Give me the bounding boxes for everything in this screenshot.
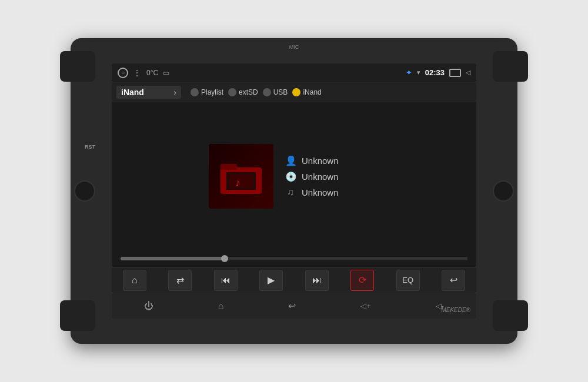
mount-tab-br (493, 300, 528, 331)
album-art: ♪ (209, 144, 273, 209)
folder-art-icon: ♪ (218, 156, 265, 197)
source-tabs: Playlist extSD USB iNand (191, 88, 322, 96)
title-row: ♫ Unknown (285, 187, 379, 197)
tab-playlist[interactable]: Playlist (191, 88, 223, 96)
side-circle-left (74, 180, 95, 202)
main-screen: ○ ⋮ 0°C ▭ ✦ ▾ 02:33 ◁ iNand › (112, 63, 476, 293)
hardware-buttons: ⏻ ⌂ ↩ ◁+ ◁- (112, 293, 476, 319)
mount-tab-tl (60, 51, 95, 82)
previous-button[interactable]: ⏮ (214, 270, 238, 291)
tab-label-extsd: extSD (239, 88, 258, 96)
home-button[interactable]: ⌂ (123, 270, 146, 291)
shuffle-icon: ⇄ (176, 274, 184, 286)
repeat-button[interactable]: ⟳ (350, 270, 374, 291)
back-button[interactable]: ↩ (442, 270, 465, 291)
eq-icon: EQ (402, 276, 413, 284)
tab-usb[interactable]: USB (263, 88, 288, 96)
music-note-icon: ♫ (285, 187, 296, 197)
mic-label: MIC (289, 44, 299, 50)
track-info-panel: 👤 Unknown 💿 Unknown ♫ Unknown (285, 155, 379, 197)
mount-tab-tr (493, 51, 528, 82)
menu-dots-icon[interactable]: ⋮ (133, 68, 142, 78)
tab-label-playlist: Playlist (201, 88, 223, 96)
tab-dot-extsd (228, 88, 236, 96)
return-hw-button[interactable]: ↩ (283, 298, 300, 314)
selected-source-label: iNand (121, 88, 144, 97)
artist-row: 👤 Unknown (285, 155, 379, 166)
svg-rect-6 (226, 187, 256, 190)
play-icon: ▶ (268, 274, 275, 286)
content-area: ♪ 👤 Unknown 💿 Unknown ♫ Unknown (112, 102, 476, 250)
window-icon (449, 69, 461, 77)
home-circle-icon[interactable]: ○ (118, 68, 128, 78)
progress-area[interactable] (112, 250, 476, 267)
source-bar: iNand › Playlist extSD USB iNan (112, 82, 476, 102)
artist-icon: 👤 (285, 155, 296, 166)
svg-rect-4 (253, 172, 256, 190)
brand-label: MEKEDE® (441, 307, 470, 313)
back-triangle-icon: ◁ (466, 69, 470, 76)
power-hw-button[interactable]: ⏻ (139, 299, 158, 314)
next-button[interactable]: ⏭ (305, 270, 329, 291)
svg-rect-1 (220, 164, 237, 170)
back-icon: ↩ (450, 274, 457, 286)
album-icon: 💿 (285, 171, 296, 182)
source-selector[interactable]: iNand › (116, 86, 181, 99)
controls-bar: ⌂ ⇄ ⏮ ▶ ⏭ ⟳ EQ ↩ (112, 267, 476, 293)
screen-icon: ▭ (163, 69, 169, 77)
svg-rect-5 (226, 172, 256, 175)
album-text: Unknown (302, 172, 339, 182)
tab-dot-inand (292, 88, 300, 96)
prev-icon: ⏮ (221, 275, 230, 286)
vol-up-hw-button[interactable]: ◁+ (356, 299, 376, 313)
home-icon: ⌂ (132, 275, 138, 286)
repeat-icon: ⟳ (359, 274, 366, 286)
side-circle-right (493, 180, 514, 202)
tab-inand[interactable]: iNand (292, 88, 321, 96)
tab-dot-playlist (191, 88, 199, 96)
shuffle-button[interactable]: ⇄ (168, 270, 192, 291)
selector-arrow-icon: › (173, 88, 176, 97)
bluetooth-icon: ✦ (406, 68, 412, 77)
progress-bar[interactable] (121, 257, 467, 260)
mount-tab-bl (60, 300, 95, 331)
next-icon: ⏭ (312, 275, 322, 286)
wifi-icon: ▾ (417, 69, 420, 76)
tab-extsd[interactable]: extSD (228, 88, 258, 96)
svg-text:♪: ♪ (235, 177, 240, 189)
album-row: 💿 Unknown (285, 171, 379, 182)
home-hw-button[interactable]: ⌂ (213, 299, 229, 314)
rst-label: RST (85, 144, 95, 150)
status-right: ✦ ▾ 02:33 ◁ (406, 68, 470, 77)
status-bar: ○ ⋮ 0°C ▭ ✦ ▾ 02:33 ◁ (112, 63, 476, 82)
progress-fill (121, 257, 225, 260)
progress-thumb[interactable] (221, 255, 228, 262)
svg-rect-2 (226, 172, 256, 190)
tab-dot-usb (263, 88, 271, 96)
eq-button[interactable]: EQ (396, 270, 420, 291)
play-button[interactable]: ▶ (259, 270, 283, 291)
tab-label-inand: iNand (303, 88, 321, 96)
temperature-display: 0°C (146, 69, 158, 77)
title-text: Unknown (302, 187, 339, 197)
clock-display: 02:33 (425, 68, 445, 77)
status-left: ○ ⋮ 0°C ▭ (118, 68, 169, 78)
tab-label-usb: USB (273, 88, 288, 96)
svg-rect-3 (226, 172, 229, 190)
artist-text: Unknown (302, 156, 339, 166)
car-unit: MIC RST ○ ⋮ 0°C ▭ ✦ ▾ 02:33 ◁ (71, 38, 517, 344)
